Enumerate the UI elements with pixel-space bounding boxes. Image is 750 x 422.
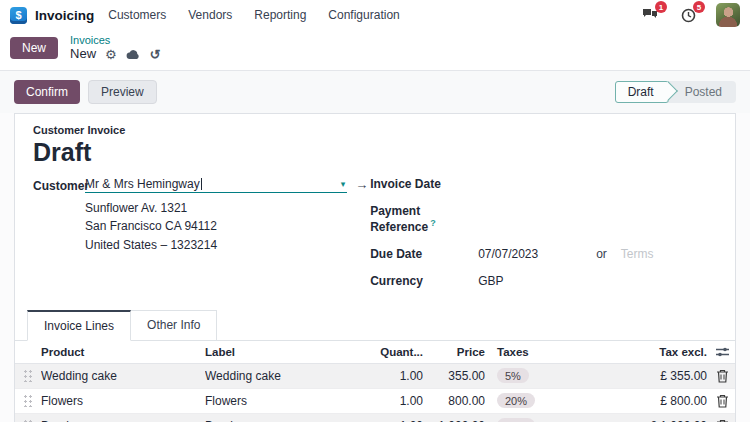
new-button[interactable]: New [10, 37, 58, 59]
cell-product[interactable]: Wedding cake [41, 369, 205, 383]
col-tax-excl[interactable]: Tax excl. [637, 346, 707, 358]
statusbar: Draft Posted [615, 81, 736, 103]
user-avatar[interactable] [716, 3, 740, 27]
drag-handle-icon[interactable] [23, 369, 33, 382]
menu-customers[interactable]: Customers [108, 8, 166, 22]
col-price[interactable]: Price [423, 346, 485, 358]
cell-quantity[interactable]: 1.00 [375, 394, 423, 408]
tax-tag[interactable]: 20% [497, 418, 535, 422]
cell-price[interactable]: 1,000.00 [423, 419, 485, 422]
cell-quantity[interactable]: 1.00 [375, 419, 423, 422]
table-row[interactable]: Band Band 1.00 1,000.00 20% £ 1,000.00 [15, 414, 735, 422]
app-name[interactable]: Invoicing [35, 8, 94, 23]
customer-address: Sunflower Av. 1321 San Francisco CA 9411… [85, 199, 368, 255]
tax-tag[interactable]: 20% [497, 393, 535, 408]
activities-badge: 5 [693, 1, 705, 13]
address-line: San Francisco CA 94112 [85, 217, 368, 236]
table-row[interactable]: Flowers Flowers 1.00 800.00 20% £ 800.00 [15, 389, 735, 414]
open-customer-arrow-icon[interactable]: → [355, 177, 368, 192]
help-question-icon[interactable]: ? [430, 218, 436, 228]
cell-quantity[interactable]: 1.00 [375, 369, 423, 383]
col-quantity[interactable]: Quant... [375, 346, 423, 358]
invoice-date-label: Invoice Date [370, 177, 478, 191]
menu-vendors[interactable]: Vendors [188, 8, 232, 22]
col-product[interactable]: Product [41, 346, 205, 358]
table-header-row: Product Label Quant... Price Taxes Tax e… [15, 341, 735, 364]
invoice-lines-table: Product Label Quant... Price Taxes Tax e… [15, 341, 735, 422]
cell-total: £ 355.00 [637, 369, 707, 383]
cell-price[interactable]: 355.00 [423, 369, 485, 383]
breadcrumb-current: New [70, 47, 96, 62]
cell-price[interactable]: 800.00 [423, 394, 485, 408]
drag-handle-icon[interactable] [23, 394, 33, 407]
breadcrumb-invoices-link[interactable]: Invoices [70, 34, 161, 47]
preview-button[interactable]: Preview [88, 80, 157, 104]
payment-reference-label: Payment Reference? [370, 204, 478, 234]
discard-undo-icon[interactable]: ↺ [150, 48, 161, 61]
menu-configuration[interactable]: Configuration [328, 8, 399, 22]
cell-label[interactable]: Wedding cake [205, 369, 375, 383]
notebook-tabs: Invoice Lines Other Info [15, 309, 735, 341]
due-date-label: Due Date [370, 247, 478, 261]
address-line: United States – 1323214 [85, 236, 368, 255]
text-cursor [201, 178, 202, 190]
customer-label: Customer [33, 177, 85, 193]
cell-product[interactable]: Band [41, 419, 205, 422]
customer-value: Mr & Mrs Hemingway [85, 177, 200, 191]
action-bar: Confirm Preview Draft Posted [0, 71, 750, 113]
chevron-down-icon[interactable]: ▾ [341, 179, 346, 189]
tax-tag[interactable]: 5% [497, 368, 529, 383]
gear-icon[interactable]: ⚙ [105, 48, 117, 61]
cloud-save-icon[interactable] [126, 49, 141, 60]
invoice-form-sheet: Customer Invoice Draft Customer Mr & Mrs… [14, 113, 736, 422]
delete-row-button[interactable] [707, 419, 737, 422]
menu-reporting[interactable]: Reporting [254, 8, 306, 22]
tab-other-info[interactable]: Other Info [131, 310, 217, 341]
control-panel: New Invoices New ⚙ ↺ [0, 30, 750, 71]
messages-badge: 1 [655, 1, 667, 13]
cell-total: £ 800.00 [637, 394, 707, 408]
messages-button[interactable]: 1 [640, 6, 660, 24]
status-posted[interactable]: Posted [669, 81, 734, 103]
optional-columns-icon[interactable] [707, 346, 737, 358]
cell-label[interactable]: Band [205, 419, 375, 422]
confirm-button[interactable]: Confirm [14, 80, 80, 104]
due-date-field[interactable]: 07/07/2023 [478, 247, 596, 261]
terms-link[interactable]: Terms [621, 247, 654, 261]
col-label[interactable]: Label [205, 346, 375, 358]
currency-field[interactable]: GBP [478, 274, 596, 288]
activities-button[interactable]: 5 [678, 6, 698, 24]
document-type-label: Customer Invoice [33, 124, 717, 136]
invoicing-app-icon[interactable]: $ [10, 7, 27, 24]
address-line: Sunflower Av. 1321 [85, 199, 368, 218]
table-row[interactable]: Wedding cake Wedding cake 1.00 355.00 5%… [15, 364, 735, 389]
cell-total: £ 1,000.00 [637, 419, 707, 422]
cell-product[interactable]: Flowers [41, 394, 205, 408]
delete-row-button[interactable] [707, 369, 737, 383]
cell-label[interactable]: Flowers [205, 394, 375, 408]
or-label: or [596, 247, 607, 261]
tab-invoice-lines[interactable]: Invoice Lines [27, 310, 131, 341]
col-taxes[interactable]: Taxes [485, 346, 637, 358]
main-menu: Customers Vendors Reporting Configuratio… [108, 8, 399, 22]
document-title: Draft [33, 138, 717, 167]
delete-row-button[interactable] [707, 394, 737, 408]
breadcrumb: Invoices New ⚙ ↺ [70, 34, 161, 62]
currency-label: Currency [370, 274, 478, 288]
top-navbar: $ Invoicing Customers Vendors Reporting … [0, 0, 750, 30]
customer-field[interactable]: Mr & Mrs Hemingway ▾ [85, 177, 347, 193]
status-draft[interactable]: Draft [615, 81, 669, 103]
